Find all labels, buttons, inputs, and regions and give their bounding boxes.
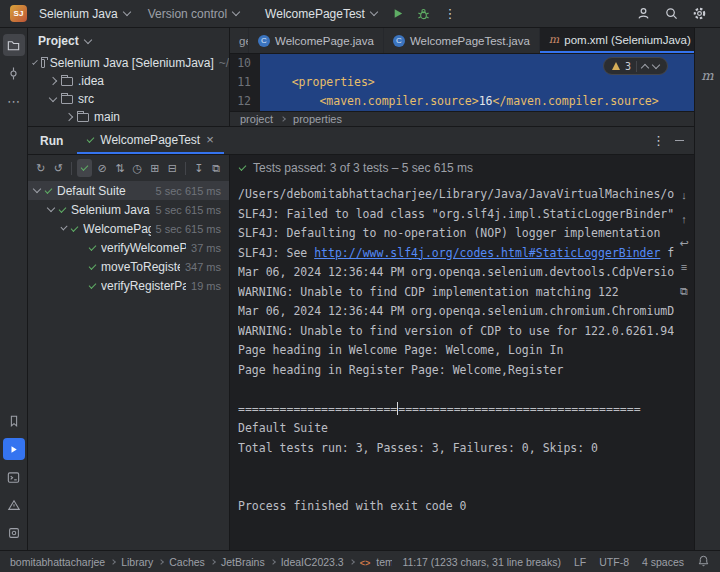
breadcrumb-item[interactable]: project <box>240 113 273 125</box>
chevron-down-icon <box>49 93 57 101</box>
next-problem-icon[interactable] <box>652 60 660 68</box>
console-line <box>238 478 674 498</box>
tree-item-label: .idea <box>78 74 104 88</box>
notifications-button[interactable] <box>697 554 710 569</box>
project-tree-item-main[interactable]: main <box>28 108 229 126</box>
run-tab-welcomepagetest[interactable]: WelcomePageTest <box>77 127 223 154</box>
hide-icon[interactable] <box>675 140 684 142</box>
left-toolwindow-bar <box>0 28 28 550</box>
rerun-tests-icon[interactable]: ↻ <box>33 159 49 177</box>
settings-button[interactable] <box>688 3 710 25</box>
test-passed-icon <box>89 281 97 289</box>
test-history-icon[interactable]: ↧ <box>191 159 207 177</box>
chevron-right-icon <box>158 559 164 565</box>
test-tree-item-movetoregisterpage[interactable]: moveToRegisterPage 347 ms <box>28 257 229 276</box>
collapse-all-icon[interactable]: ⊟ <box>165 159 181 177</box>
titlebar-right <box>461 3 710 25</box>
run-toolwindow-button[interactable] <box>3 438 25 460</box>
vcs-label: Version control <box>148 7 227 21</box>
file-path-breadcrumb[interactable]: bomitabhattacharjee Library Caches JetBr… <box>10 556 392 568</box>
terminal-icon <box>6 470 21 485</box>
print-icon[interactable]: ⧉ <box>676 283 692 299</box>
commit-toolwindow-button[interactable] <box>3 62 25 84</box>
test-passed-icon <box>87 135 95 143</box>
test-tree-item-verifywelcomepageheading[interactable]: verifyWelcomePageHeadi 37 ms <box>28 238 229 257</box>
debug-button[interactable] <box>413 3 435 25</box>
problems-icon <box>7 498 21 512</box>
chevron-down-icon <box>122 8 130 16</box>
path-segment: IdeaIC2023.3 <box>281 556 344 568</box>
test-tree-item-selenium-java[interactable]: Selenium Java 5 sec 615 ms <box>28 200 229 219</box>
options-kebab-icon[interactable] <box>652 133 665 148</box>
tab-ge-java[interactable]: ge.java <box>230 28 249 53</box>
sort-alphabetically-icon[interactable]: ⇅ <box>112 159 128 177</box>
test-name: verifyRegisterPageHeadin <box>101 279 186 293</box>
prev-problem-icon[interactable] <box>641 63 649 71</box>
close-icon[interactable] <box>206 133 214 147</box>
project-tree-item-src[interactable]: src <box>28 90 229 108</box>
services-toolwindow-button[interactable] <box>3 522 25 544</box>
indent-widget[interactable]: 4 spaces <box>642 556 684 568</box>
show-ignored-icon[interactable]: ⊘ <box>94 159 110 177</box>
test-tree-item-welcomepagetest[interactable]: WelcomePageTest 5 sec 615 ms <box>28 219 229 238</box>
project-menu[interactable]: Selenium Java <box>33 4 136 24</box>
expand-all-icon[interactable]: ⊞ <box>147 159 163 177</box>
folder-icon <box>41 59 45 68</box>
java-class-icon: C <box>393 35 405 47</box>
test-passed-icon <box>89 262 97 270</box>
vcs-menu[interactable]: Version control <box>142 4 245 24</box>
test-tree-item-verifyregisterpageheading[interactable]: verifyRegisterPageHeadin 19 ms <box>28 276 229 295</box>
encoding-widget[interactable]: UTF-8 <box>599 556 629 568</box>
warning-count: 3 <box>625 57 631 76</box>
project-toolwindow-button[interactable] <box>3 34 25 56</box>
bell-icon <box>697 554 710 567</box>
console-line: ========================================… <box>238 400 674 420</box>
terminal-toolwindow-button[interactable] <box>3 466 25 488</box>
scroll-to-end-icon[interactable]: ↓ <box>676 187 692 203</box>
console-line: WARNING: Unable to find CDP implementati… <box>238 283 674 303</box>
line-numbers-icon[interactable]: ≡ <box>676 259 692 275</box>
ide-window: SJ Selenium Java Version control Welcome… <box>0 0 720 572</box>
rerun-failed-tests-icon[interactable]: ↺ <box>51 159 67 177</box>
tab-pom-xml[interactable]: m pom.xml (SeleniumJava) <box>540 28 694 53</box>
maven-toolwindow-button[interactable]: m <box>697 64 719 86</box>
line-separator-widget[interactable]: LF <box>574 556 586 568</box>
inspections-widget[interactable]: 3 <box>603 57 668 75</box>
folder-icon <box>77 113 89 122</box>
console-line: SLF4J: Defaulting to no-operation (NOP) … <box>238 224 674 244</box>
test-tree-item-default-suite[interactable]: Default Suite 5 sec 615 ms <box>28 181 229 200</box>
tab-welcomepage-java[interactable]: C WelcomePage.java <box>249 28 384 53</box>
tab-label: ge.java <box>239 35 249 47</box>
run-icon <box>7 443 20 456</box>
console-output[interactable]: /Users/debomitabhattacharjee/Library/Jav… <box>230 181 674 550</box>
more-run-actions-button[interactable] <box>439 3 461 25</box>
caret-position-widget[interactable]: 11:17 (1233 chars, 31 line breaks) <box>402 556 561 568</box>
tree-item-label: main <box>94 110 120 124</box>
console-link[interactable]: http://www.slf4j.org/codes.html#StaticLo… <box>314 246 660 260</box>
project-tree-item-idea[interactable]: .idea <box>28 72 229 90</box>
export-test-results-icon[interactable]: ⧉ <box>209 159 225 177</box>
soft-wrap-icon[interactable]: ↩ <box>676 235 692 251</box>
scroll-up-icon[interactable]: ↑ <box>676 211 692 227</box>
search-everywhere-button[interactable] <box>660 3 682 25</box>
tab-welcomepagetest-java[interactable]: C WelcomePageTest.java <box>384 28 540 53</box>
user-account-button[interactable] <box>632 3 654 25</box>
content-column: Project Selenium Java [SeleniumJava] ~/I… <box>28 28 694 550</box>
more-toolwindows-button[interactable] <box>3 90 25 112</box>
project-panel-header[interactable]: Project <box>28 28 229 54</box>
project-tree-item-root[interactable]: Selenium Java [SeleniumJava] ~/IdeaProj <box>28 54 229 72</box>
breadcrumb-item[interactable]: properties <box>293 113 342 125</box>
problems-toolwindow-button[interactable] <box>3 494 25 516</box>
console-actions-gutter: ↓ ↑ ↩ ≡ ⧉ <box>674 181 694 550</box>
sort-by-duration-icon[interactable]: ◷ <box>130 159 146 177</box>
path-segment: Caches <box>169 556 205 568</box>
chevron-right-icon <box>65 113 73 121</box>
show-passed-icon[interactable] <box>77 159 93 177</box>
maven-icon: m <box>549 33 559 46</box>
run-button[interactable] <box>387 3 409 25</box>
code-editor[interactable]: 10 11 <properties> 12 <maven.compiler.so… <box>230 54 694 111</box>
run-config-selector[interactable]: WelcomePageTest <box>259 4 383 24</box>
breadcrumb: project properties <box>230 111 694 126</box>
xml-file-icon <box>360 556 371 568</box>
bookmarks-toolwindow-button[interactable] <box>3 410 25 432</box>
